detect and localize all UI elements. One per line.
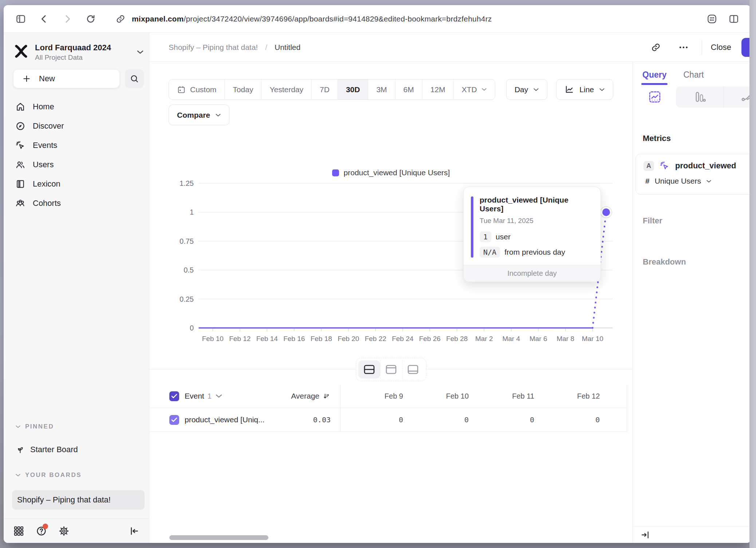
sidebar-item-starter-board[interactable]: Starter Board [15, 445, 78, 454]
event-count: 1 [208, 392, 212, 400]
breadcrumb-separator: / [265, 43, 267, 52]
collapse-panel-icon[interactable] [640, 530, 650, 540]
x-axis-tick-label: Feb 12 [229, 335, 251, 342]
help-icon[interactable] [35, 525, 47, 537]
url-bar[interactable]: mixpanel.com/project/3472420/view/397469… [132, 15, 492, 23]
tooltip-delta-label: from previous day [504, 248, 565, 257]
y-axis-tick-label: 0.5 [184, 266, 194, 274]
url-link-icon [114, 13, 127, 25]
tooltip-series-bar [471, 196, 473, 258]
apps-grid-icon[interactable] [12, 525, 25, 537]
x-axis-tick-label: Feb 26 [419, 335, 441, 342]
compare-button[interactable]: Compare [169, 105, 229, 125]
forward-icon[interactable] [61, 13, 74, 25]
pinned-section-header[interactable]: PINNED [15, 423, 54, 430]
sort-icon[interactable] [322, 392, 331, 400]
sidebar-item-label: Users [33, 160, 54, 169]
collapse-sidebar-icon[interactable] [128, 525, 140, 537]
metric-event-row[interactable]: A product_viewed [636, 154, 751, 171]
url-path: /project/3472420/view/3974696/app/boards… [184, 15, 492, 23]
table-date-column-header: Feb 11 [472, 384, 537, 408]
x-axis-tick-label: Mar 6 [529, 335, 547, 342]
horizontal-scrollbar[interactable] [169, 535, 268, 540]
browser-sidebar-toggle-icon[interactable] [15, 13, 27, 25]
line-chart-icon [564, 85, 574, 94]
range-7d-button[interactable]: 7D [312, 79, 338, 99]
breakdown-section-label[interactable]: Breakdown [643, 257, 686, 267]
range-label: 6M [403, 85, 414, 94]
board-item-label: Shopify – Piping that data! [17, 495, 111, 505]
your-boards-section-header[interactable]: YOUR BOARDS [15, 471, 82, 479]
sidebar-item-lexicon[interactable]: Lexicon [9, 174, 144, 193]
tab-chart[interactable]: Chart [683, 70, 704, 85]
sidebar-item-board-shopify[interactable]: Shopify – Piping that data! [12, 490, 145, 510]
chart-type-button[interactable]: Line [556, 79, 613, 100]
chevron-down-icon [15, 425, 21, 428]
browser-extensions-icon[interactable] [706, 13, 718, 25]
sidebar-item-users[interactable]: Users [9, 155, 144, 174]
breadcrumb: Shopify – Piping that data! / Untitled [169, 33, 300, 62]
chart-legend[interactable]: product_viewed [Unique Users] [149, 168, 633, 177]
query-panel: Query Chart [633, 62, 751, 543]
settings-gear-icon[interactable] [58, 525, 70, 537]
sidebar-item-home[interactable]: Home [9, 97, 144, 116]
x-axis-tick-label: Feb 22 [365, 335, 386, 342]
select-all-checkbox[interactable] [169, 391, 179, 401]
metrics-section-label: Metrics [643, 134, 671, 143]
metric-card: A product_viewed # Unique Users [635, 154, 751, 195]
average-column-label[interactable]: Average [291, 392, 319, 400]
funnels-report-icon[interactable] [693, 90, 706, 103]
layout-chart-view-button[interactable] [380, 360, 402, 379]
close-button[interactable]: Close [711, 43, 731, 52]
y-axis-tick-label: 1.25 [180, 179, 194, 187]
series-point-marker [602, 208, 610, 216]
reload-icon[interactable] [84, 13, 97, 25]
new-button[interactable]: New [13, 69, 120, 88]
aggregation-label: Unique Users [655, 177, 701, 185]
breadcrumb-view[interactable]: Untitled [275, 43, 300, 52]
range-12m-button[interactable]: 12M [422, 79, 454, 99]
back-icon[interactable] [38, 13, 50, 25]
legend-swatch [332, 169, 339, 176]
sidebar-item-events[interactable]: Events [9, 136, 144, 155]
project-switcher[interactable]: Lord Farquaad 2024 All Project Data [13, 40, 144, 64]
row-checkbox[interactable] [169, 415, 179, 425]
layout-toggle-group [356, 358, 426, 381]
sidebar-footer [4, 518, 149, 543]
sidebar-item-label: Events [33, 141, 57, 150]
range-3m-button[interactable]: 3M [368, 79, 395, 99]
breadcrumb-board[interactable]: Shopify – Piping that data! [169, 43, 258, 52]
mixpanel-logo-icon [13, 43, 29, 62]
copy-link-icon[interactable] [649, 40, 663, 55]
tab-query[interactable]: Query [642, 70, 666, 85]
range-today-button[interactable]: Today [225, 79, 261, 99]
tooltip-value-unit: user [496, 232, 511, 241]
table-date-column-header: Feb 12 [537, 384, 603, 408]
table-date-column-header: Feb 10 [406, 384, 472, 408]
sidebar-item-cohorts[interactable]: Cohorts [9, 193, 144, 213]
sidebar-item-label: Discover [33, 121, 64, 131]
filter-section-label[interactable]: Filter [643, 216, 662, 226]
granularity-button[interactable]: Day [506, 79, 547, 100]
chevron-down-icon[interactable] [215, 394, 223, 398]
split-view-icon[interactable] [728, 13, 740, 25]
insights-report-icon[interactable] [648, 90, 661, 103]
range-xtd-button[interactable]: XTD [454, 79, 495, 99]
search-icon [130, 74, 139, 83]
breakdown-table: Event 1 Average Feb 9Feb 10Feb 11Feb 12 [149, 384, 627, 432]
range-custom-button[interactable]: Custom [169, 79, 225, 99]
search-button[interactable] [125, 69, 144, 88]
metric-aggregation-row[interactable]: # Unique Users [636, 171, 751, 185]
row-series-name[interactable]: product_viewed [Uniq... [185, 415, 264, 424]
sidebar-item-discover[interactable]: Discover [9, 116, 144, 136]
range-6m-button[interactable]: 6M [395, 79, 422, 99]
calendar-icon [177, 85, 186, 94]
range-yesterday-button[interactable]: Yesterday [261, 79, 312, 99]
lexicon-icon [15, 179, 25, 189]
x-axis-tick-label: Mar 4 [502, 335, 520, 342]
layout-table-view-button[interactable] [402, 360, 424, 379]
more-menu-icon[interactable] [676, 40, 691, 55]
layout-split-view-button[interactable] [358, 360, 380, 379]
sidebar-nav: HomeDiscoverEventsUsersLexiconCohorts [9, 97, 144, 213]
range-30d-button[interactable]: 30D [338, 79, 369, 99]
